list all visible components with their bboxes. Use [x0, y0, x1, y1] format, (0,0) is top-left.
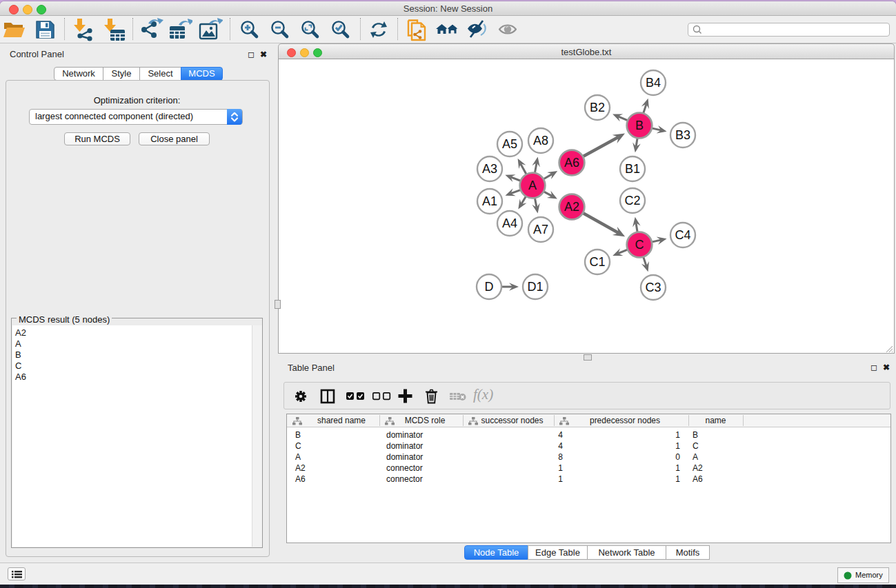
svg-text:B3: B3: [675, 128, 690, 142]
svg-text:C2: C2: [624, 194, 640, 207]
svg-text:C1: C1: [589, 255, 605, 269]
svg-text:B2: B2: [590, 101, 605, 114]
svg-text:A1: A1: [482, 194, 497, 208]
svg-text:B1: B1: [625, 162, 640, 176]
svg-text:A8: A8: [533, 134, 548, 148]
svg-text:A4: A4: [502, 216, 517, 230]
svg-text:D: D: [485, 280, 494, 294]
svg-text:D1: D1: [527, 280, 543, 294]
svg-text:B4: B4: [646, 76, 661, 90]
svg-text:A: A: [528, 179, 537, 192]
svg-text:A5: A5: [502, 137, 517, 151]
svg-text:C4: C4: [675, 228, 690, 242]
svg-text:A6: A6: [564, 156, 579, 170]
svg-text:B: B: [635, 119, 644, 132]
svg-text:C: C: [635, 238, 644, 252]
svg-text:A3: A3: [482, 162, 497, 176]
svg-text:C3: C3: [645, 281, 661, 294]
svg-text:A2: A2: [564, 200, 579, 214]
svg-text:A7: A7: [533, 223, 548, 236]
